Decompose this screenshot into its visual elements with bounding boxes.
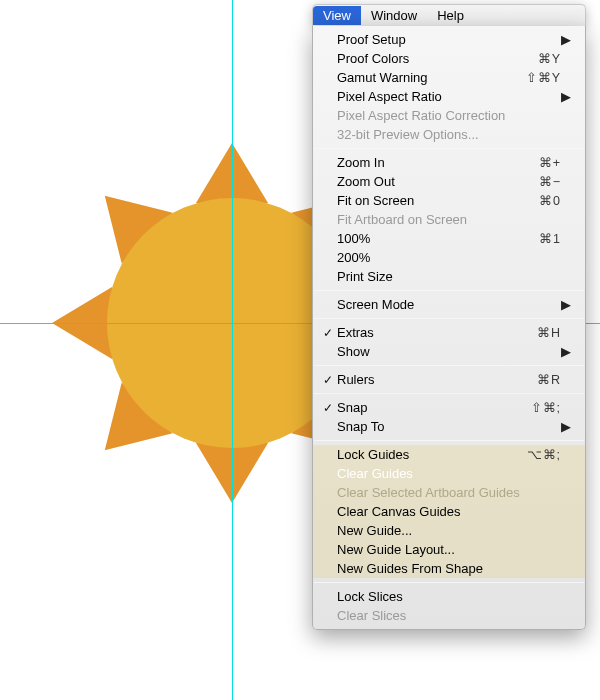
- menu-item-label: Gamut Warning: [335, 70, 526, 85]
- menu-item-label: Fit Artboard on Screen: [335, 212, 561, 227]
- menu-item-label: Snap: [335, 400, 531, 415]
- menu-item-preview32: 32-bit Preview Options...: [313, 125, 585, 144]
- menu-item-label: Lock Slices: [335, 589, 561, 604]
- menu-item-label: 200%: [335, 250, 561, 265]
- menu-item-snap-to[interactable]: Snap To▶: [313, 417, 585, 436]
- check-icon: ✓: [321, 373, 335, 387]
- menu-item-snap[interactable]: ✓Snap⇧⌘;: [313, 398, 585, 417]
- menu-item-print-size[interactable]: Print Size: [313, 267, 585, 286]
- check-icon: ✓: [321, 401, 335, 415]
- menu-item-clear-guides[interactable]: Clear Guides: [313, 464, 585, 483]
- menu-item-gamut-warning[interactable]: Gamut Warning⇧⌘Y: [313, 68, 585, 87]
- menu-item-rulers[interactable]: ✓Rulers⌘R: [313, 370, 585, 389]
- menu-item-label: Screen Mode: [335, 297, 561, 312]
- menu-item-p100[interactable]: 100%⌘1: [313, 229, 585, 248]
- menu-item-new-guides-shape[interactable]: New Guides From Shape: [313, 559, 585, 578]
- submenu-arrow-icon: ▶: [561, 89, 571, 104]
- menu-item-label: Zoom Out: [335, 174, 539, 189]
- menu-bar: View Window Help: [312, 4, 586, 26]
- menu-item-shortcut: ⌥⌘;: [527, 447, 561, 462]
- menu-item-label: Zoom In: [335, 155, 539, 170]
- menu-item-shortcut: ⌘H: [537, 325, 561, 340]
- menu-item-extras[interactable]: ✓Extras⌘H: [313, 323, 585, 342]
- menu-item-label: Proof Setup: [335, 32, 561, 47]
- menu-item-p200[interactable]: 200%: [313, 248, 585, 267]
- menu-item-proof-setup[interactable]: Proof Setup▶: [313, 30, 585, 49]
- menu-item-label: 100%: [335, 231, 539, 246]
- menu-item-label: Clear Guides: [335, 466, 561, 481]
- menu-item-label: Pixel Aspect Ratio Correction: [335, 108, 561, 123]
- menu-item-clear-sel-artboard: Clear Selected Artboard Guides: [313, 483, 585, 502]
- menu-window[interactable]: Window: [361, 6, 427, 25]
- menu-item-label: Fit on Screen: [335, 193, 539, 208]
- menu-item-clear-canvas[interactable]: Clear Canvas Guides: [313, 502, 585, 521]
- menu-help[interactable]: Help: [427, 6, 474, 25]
- menu-item-label: Print Size: [335, 269, 561, 284]
- menu-item-label: 32-bit Preview Options...: [335, 127, 561, 142]
- menu-item-clear-slices: Clear Slices: [313, 606, 585, 625]
- menu-item-label: Clear Canvas Guides: [335, 504, 561, 519]
- menu-item-lock-guides[interactable]: Lock Guides⌥⌘;: [313, 445, 585, 464]
- menu-item-shortcut: ⇧⌘Y: [526, 70, 561, 85]
- menu-item-pixel-aspect-corr: Pixel Aspect Ratio Correction: [313, 106, 585, 125]
- menu-item-label: Pixel Aspect Ratio: [335, 89, 561, 104]
- guide-vertical[interactable]: [232, 0, 233, 700]
- menu-item-label: New Guides From Shape: [335, 561, 561, 576]
- menu-item-shortcut: ⇧⌘;: [531, 400, 561, 415]
- menu-item-shortcut: ⌘0: [539, 193, 561, 208]
- view-menu-dropdown: Proof Setup▶Proof Colors⌘YGamut Warning⇧…: [312, 26, 586, 630]
- menu-item-zoom-in[interactable]: Zoom In⌘+: [313, 153, 585, 172]
- menu-item-fit-artboard: Fit Artboard on Screen: [313, 210, 585, 229]
- menu-item-pixel-aspect[interactable]: Pixel Aspect Ratio▶: [313, 87, 585, 106]
- menu-item-shortcut: ⌘−: [539, 174, 561, 189]
- menu-item-fit-screen[interactable]: Fit on Screen⌘0: [313, 191, 585, 210]
- menu-item-proof-colors[interactable]: Proof Colors⌘Y: [313, 49, 585, 68]
- menu-item-label: Lock Guides: [335, 447, 527, 462]
- menu-item-shortcut: ⌘R: [537, 372, 561, 387]
- menu-item-shortcut: ⌘Y: [538, 51, 561, 66]
- menu-item-label: Clear Selected Artboard Guides: [335, 485, 561, 500]
- menu-item-label: Rulers: [335, 372, 537, 387]
- menu-item-label: New Guide Layout...: [335, 542, 561, 557]
- menu-item-lock-slices[interactable]: Lock Slices: [313, 587, 585, 606]
- check-icon: ✓: [321, 326, 335, 340]
- menu-item-zoom-out[interactable]: Zoom Out⌘−: [313, 172, 585, 191]
- menu-item-label: Show: [335, 344, 561, 359]
- menu-item-shortcut: ⌘+: [539, 155, 561, 170]
- menu-view[interactable]: View: [313, 6, 361, 25]
- menu-item-new-guide-layout[interactable]: New Guide Layout...: [313, 540, 585, 559]
- submenu-arrow-icon: ▶: [561, 419, 571, 434]
- menu-item-label: Clear Slices: [335, 608, 561, 623]
- menu-item-label: Snap To: [335, 419, 561, 434]
- menu-item-label: Extras: [335, 325, 537, 340]
- submenu-arrow-icon: ▶: [561, 297, 571, 312]
- menu-item-show[interactable]: Show▶: [313, 342, 585, 361]
- submenu-arrow-icon: ▶: [561, 32, 571, 47]
- submenu-arrow-icon: ▶: [561, 344, 571, 359]
- menu-item-screen-mode[interactable]: Screen Mode▶: [313, 295, 585, 314]
- menu-item-new-guide[interactable]: New Guide...: [313, 521, 585, 540]
- menu-item-label: Proof Colors: [335, 51, 538, 66]
- menu-item-shortcut: ⌘1: [539, 231, 561, 246]
- menu-item-label: New Guide...: [335, 523, 561, 538]
